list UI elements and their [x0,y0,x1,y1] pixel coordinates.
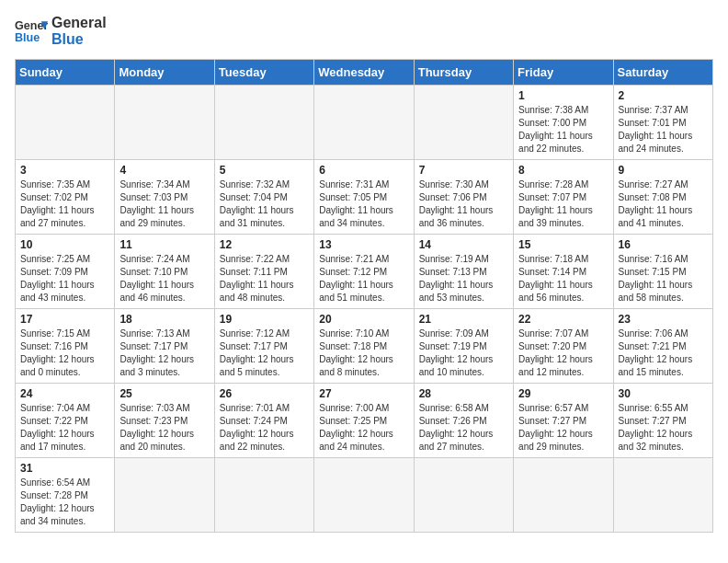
day-number: 22 [518,313,608,326]
day-number: 16 [619,238,708,251]
day-info: Sunrise: 7:03 AM Sunset: 7:23 PM Dayligh… [119,402,209,454]
week-row-1: 1Sunrise: 7:38 AM Sunset: 7:00 PM Daylig… [16,86,713,160]
day-info: Sunrise: 7:22 AM Sunset: 7:11 PM Dayligh… [220,253,309,304]
calendar-cell: 17Sunrise: 7:15 AM Sunset: 7:16 PM Dayli… [16,309,115,384]
day-info: Sunrise: 6:55 AM Sunset: 7:27 PM Dayligh… [619,402,708,454]
day-number: 10 [20,238,109,251]
day-info: Sunrise: 7:35 AM Sunset: 7:02 PM Dayligh… [20,178,109,230]
day-number: 30 [619,387,708,400]
day-number: 9 [619,164,708,177]
day-info: Sunrise: 7:30 AM Sunset: 7:06 PM Dayligh… [419,178,508,230]
calendar-cell: 5Sunrise: 7:32 AM Sunset: 7:04 PM Daylig… [214,160,313,235]
calendar-cell: 29Sunrise: 6:57 AM Sunset: 7:27 PM Dayli… [514,384,613,458]
day-info: Sunrise: 7:09 AM Sunset: 7:19 PM Dayligh… [419,327,508,379]
day-info: Sunrise: 7:37 AM Sunset: 7:01 PM Dayligh… [619,104,708,155]
calendar-cell [115,86,214,160]
weekday-header-sunday: Sunday [16,60,115,86]
day-info: Sunrise: 7:18 AM Sunset: 7:14 PM Dayligh… [518,253,608,304]
day-number: 23 [619,313,708,326]
week-row-2: 3Sunrise: 7:35 AM Sunset: 7:02 PM Daylig… [16,160,713,235]
calendar-cell: 27Sunrise: 7:00 AM Sunset: 7:25 PM Dayli… [314,384,414,458]
calendar-cell [115,458,214,533]
day-number: 18 [119,313,209,326]
day-number: 8 [518,164,608,177]
calendar-cell: 23Sunrise: 7:06 AM Sunset: 7:21 PM Dayli… [613,309,712,384]
day-number: 13 [319,238,408,251]
calendar-cell [214,86,313,160]
week-row-5: 24Sunrise: 7:04 AM Sunset: 7:22 PM Dayli… [16,384,713,458]
weekday-header-row: SundayMondayTuesdayWednesdayThursdayFrid… [16,60,713,86]
weekday-header-monday: Monday [115,60,214,86]
day-info: Sunrise: 6:58 AM Sunset: 7:26 PM Dayligh… [419,402,508,454]
calendar-cell: 19Sunrise: 7:12 AM Sunset: 7:17 PM Dayli… [214,309,313,384]
day-number: 15 [518,238,608,251]
weekday-header-friday: Friday [514,60,613,86]
calendar-cell: 15Sunrise: 7:18 AM Sunset: 7:14 PM Dayli… [514,235,613,309]
day-number: 24 [20,387,109,400]
calendar-cell [16,86,115,160]
day-number: 29 [518,387,608,400]
calendar-cell: 9Sunrise: 7:27 AM Sunset: 7:08 PM Daylig… [613,160,712,235]
calendar-cell [214,458,313,533]
weekday-header-wednesday: Wednesday [314,60,414,86]
day-info: Sunrise: 7:04 AM Sunset: 7:22 PM Dayligh… [20,402,109,454]
day-info: Sunrise: 7:24 AM Sunset: 7:10 PM Dayligh… [119,253,209,304]
weekday-header-tuesday: Tuesday [214,60,313,86]
weekday-header-thursday: Thursday [414,60,513,86]
calendar-cell [414,86,513,160]
day-number: 1 [518,89,608,102]
calendar-cell: 24Sunrise: 7:04 AM Sunset: 7:22 PM Dayli… [16,384,115,458]
calendar-cell: 26Sunrise: 7:01 AM Sunset: 7:24 PM Dayli… [214,384,313,458]
logo-general-text: General [51,15,107,31]
calendar-cell: 8Sunrise: 7:28 AM Sunset: 7:07 PM Daylig… [514,160,613,235]
day-number: 6 [319,164,408,177]
day-number: 20 [319,313,408,326]
week-row-6: 31Sunrise: 6:54 AM Sunset: 7:28 PM Dayli… [16,458,713,533]
day-info: Sunrise: 7:38 AM Sunset: 7:00 PM Dayligh… [518,104,608,155]
calendar-cell: 12Sunrise: 7:22 AM Sunset: 7:11 PM Dayli… [214,235,313,309]
day-info: Sunrise: 7:07 AM Sunset: 7:20 PM Dayligh… [518,327,608,379]
day-number: 31 [20,462,109,475]
calendar-cell [314,86,414,160]
day-info: Sunrise: 6:57 AM Sunset: 7:27 PM Dayligh… [518,402,608,454]
calendar-cell: 10Sunrise: 7:25 AM Sunset: 7:09 PM Dayli… [16,235,115,309]
calendar-cell: 6Sunrise: 7:31 AM Sunset: 7:05 PM Daylig… [314,160,414,235]
day-info: Sunrise: 7:13 AM Sunset: 7:17 PM Dayligh… [119,327,209,379]
day-info: Sunrise: 7:01 AM Sunset: 7:24 PM Dayligh… [220,402,309,454]
calendar-cell: 22Sunrise: 7:07 AM Sunset: 7:20 PM Dayli… [514,309,613,384]
week-row-3: 10Sunrise: 7:25 AM Sunset: 7:09 PM Dayli… [16,235,713,309]
day-info: Sunrise: 6:54 AM Sunset: 7:28 PM Dayligh… [20,477,109,528]
logo-icon: General Blue [15,15,48,48]
logo-blue-text: Blue [51,31,107,48]
week-row-4: 17Sunrise: 7:15 AM Sunset: 7:16 PM Dayli… [16,309,713,384]
calendar-cell [514,458,613,533]
day-number: 4 [119,164,209,177]
logo: General Blue General Blue [15,15,107,48]
page-header: General Blue General Blue [15,15,713,48]
day-info: Sunrise: 7:34 AM Sunset: 7:03 PM Dayligh… [119,178,209,230]
calendar-cell: 21Sunrise: 7:09 AM Sunset: 7:19 PM Dayli… [414,309,513,384]
day-info: Sunrise: 7:28 AM Sunset: 7:07 PM Dayligh… [518,178,608,230]
calendar-cell: 3Sunrise: 7:35 AM Sunset: 7:02 PM Daylig… [16,160,115,235]
calendar-cell: 1Sunrise: 7:38 AM Sunset: 7:00 PM Daylig… [514,86,613,160]
calendar-cell: 31Sunrise: 6:54 AM Sunset: 7:28 PM Dayli… [16,458,115,533]
day-info: Sunrise: 7:32 AM Sunset: 7:04 PM Dayligh… [220,178,309,230]
day-info: Sunrise: 7:00 AM Sunset: 7:25 PM Dayligh… [319,402,408,454]
day-number: 2 [619,89,708,102]
day-info: Sunrise: 7:21 AM Sunset: 7:12 PM Dayligh… [319,253,408,304]
calendar-cell: 14Sunrise: 7:19 AM Sunset: 7:13 PM Dayli… [414,235,513,309]
day-number: 7 [419,164,508,177]
day-info: Sunrise: 7:25 AM Sunset: 7:09 PM Dayligh… [20,253,109,304]
calendar-cell: 7Sunrise: 7:30 AM Sunset: 7:06 PM Daylig… [414,160,513,235]
day-number: 19 [220,313,309,326]
calendar-cell [314,458,414,533]
day-info: Sunrise: 7:10 AM Sunset: 7:18 PM Dayligh… [319,327,408,379]
day-number: 27 [319,387,408,400]
day-info: Sunrise: 7:19 AM Sunset: 7:13 PM Dayligh… [419,253,508,304]
calendar-table: SundayMondayTuesdayWednesdayThursdayFrid… [15,59,713,533]
calendar-cell: 13Sunrise: 7:21 AM Sunset: 7:12 PM Dayli… [314,235,414,309]
calendar-cell: 28Sunrise: 6:58 AM Sunset: 7:26 PM Dayli… [414,384,513,458]
calendar-cell: 16Sunrise: 7:16 AM Sunset: 7:15 PM Dayli… [613,235,712,309]
calendar-cell: 30Sunrise: 6:55 AM Sunset: 7:27 PM Dayli… [613,384,712,458]
calendar-cell: 2Sunrise: 7:37 AM Sunset: 7:01 PM Daylig… [613,86,712,160]
